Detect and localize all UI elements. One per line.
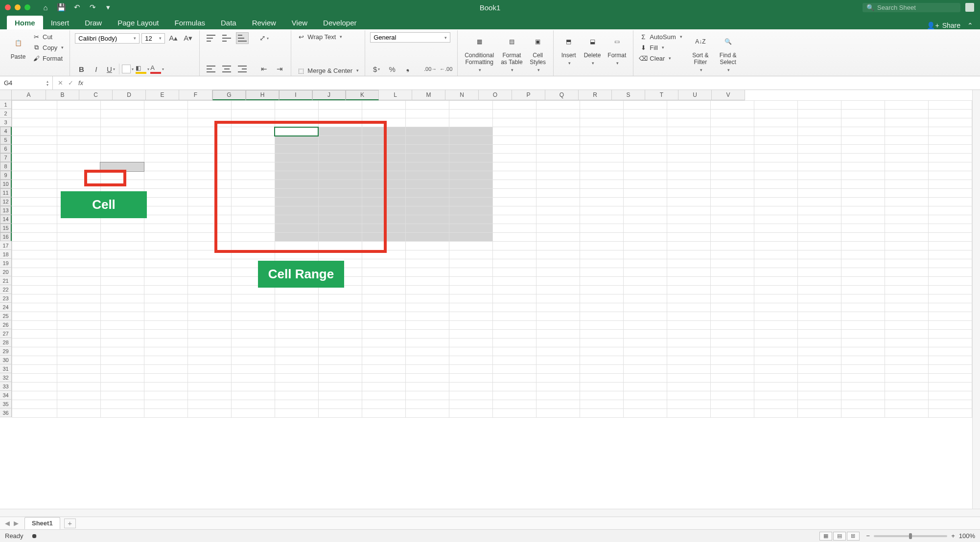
cell-I14[interactable]	[362, 215, 405, 224]
row-header-25[interactable]: 25	[0, 312, 12, 320]
cell-J12[interactable]	[405, 198, 449, 206]
cell-O14[interactable]	[623, 215, 667, 224]
cell-K26[interactable]	[449, 321, 492, 330]
cell-E31[interactable]	[187, 365, 231, 374]
cell-F25[interactable]	[231, 312, 275, 321]
cell-U2[interactable]	[885, 110, 928, 118]
cell-V29[interactable]	[928, 347, 972, 356]
close-window-icon[interactable]	[5, 4, 11, 10]
cell-F18[interactable]	[231, 250, 275, 259]
cell-T9[interactable]	[841, 171, 885, 180]
cell-J7[interactable]	[405, 154, 449, 162]
cell-L30[interactable]	[492, 356, 536, 365]
font-size-select[interactable]: 12▾	[141, 33, 165, 44]
cell-C27[interactable]	[100, 330, 144, 339]
cell-C3[interactable]	[100, 118, 144, 127]
cell-G16[interactable]	[275, 233, 318, 242]
cell-J11[interactable]	[405, 189, 449, 198]
cell-L2[interactable]	[492, 110, 536, 118]
cell-G8[interactable]	[275, 162, 318, 171]
cell-O15[interactable]	[623, 224, 667, 233]
cell-N24[interactable]	[580, 303, 623, 312]
cell-G15[interactable]	[275, 224, 318, 233]
cell-E24[interactable]	[187, 303, 231, 312]
cell-M33[interactable]	[536, 383, 580, 391]
cell-B8[interactable]	[57, 162, 100, 171]
cell-I2[interactable]	[362, 110, 405, 118]
cell-J33[interactable]	[405, 383, 449, 391]
cell-B27[interactable]	[57, 330, 100, 339]
row-header-15[interactable]: 15	[0, 224, 12, 232]
cell-S16[interactable]	[797, 233, 841, 242]
cell-U36[interactable]	[885, 409, 928, 418]
cell-M25[interactable]	[536, 312, 580, 321]
cell-D1[interactable]	[144, 101, 187, 110]
cell-L32[interactable]	[492, 374, 536, 383]
cell-I4[interactable]	[362, 127, 405, 136]
cell-E14[interactable]	[187, 215, 231, 224]
cell-K13[interactable]	[449, 206, 492, 215]
cell-V30[interactable]	[928, 356, 972, 365]
cell-K12[interactable]	[449, 198, 492, 206]
cell-D34[interactable]	[144, 391, 187, 400]
cell-G34[interactable]	[275, 391, 318, 400]
cell-P7[interactable]	[667, 154, 710, 162]
cell-E29[interactable]	[187, 347, 231, 356]
cell-P23[interactable]	[667, 294, 710, 303]
cell-T17[interactable]	[841, 242, 885, 250]
cell-M20[interactable]	[536, 268, 580, 277]
cell-B4[interactable]	[57, 127, 100, 136]
cell-O4[interactable]	[623, 127, 667, 136]
cell-E6[interactable]	[187, 145, 231, 154]
cell-N14[interactable]	[580, 215, 623, 224]
cell-D12[interactable]	[144, 198, 187, 206]
cell-G4[interactable]	[275, 127, 318, 136]
cell-T14[interactable]	[841, 215, 885, 224]
cell-P3[interactable]	[667, 118, 710, 127]
cell-B35[interactable]	[57, 400, 100, 409]
cell-V33[interactable]	[928, 383, 972, 391]
cell-N27[interactable]	[580, 330, 623, 339]
cell-S19[interactable]	[797, 259, 841, 268]
cell-B24[interactable]	[57, 303, 100, 312]
cell-K14[interactable]	[449, 215, 492, 224]
fill-color-button[interactable]: ◧	[136, 63, 149, 75]
cell-S36[interactable]	[797, 409, 841, 418]
cell-O28[interactable]	[623, 339, 667, 347]
cell-C26[interactable]	[100, 321, 144, 330]
cell-R30[interactable]	[754, 356, 797, 365]
cell-K22[interactable]	[449, 286, 492, 294]
cell-M4[interactable]	[536, 127, 580, 136]
cell-H23[interactable]	[318, 294, 362, 303]
row-header-36[interactable]: 36	[0, 408, 12, 417]
cell-K36[interactable]	[449, 409, 492, 418]
cell-O32[interactable]	[623, 374, 667, 383]
cell-P26[interactable]	[667, 321, 710, 330]
cell-E17[interactable]	[187, 242, 231, 250]
cell-K34[interactable]	[449, 391, 492, 400]
cell-J29[interactable]	[405, 347, 449, 356]
cell-N23[interactable]	[580, 294, 623, 303]
cell-S11[interactable]	[797, 189, 841, 198]
decrease-font-icon[interactable]: A▾	[182, 32, 194, 44]
cell-B29[interactable]	[57, 347, 100, 356]
tab-insert[interactable]: Insert	[43, 16, 77, 29]
cell-M29[interactable]	[536, 347, 580, 356]
col-header-M[interactable]: M	[412, 90, 445, 100]
cell-U12[interactable]	[885, 198, 928, 206]
cell-F4[interactable]	[231, 127, 275, 136]
cell-S15[interactable]	[797, 224, 841, 233]
cell-N33[interactable]	[580, 383, 623, 391]
cell-I26[interactable]	[362, 321, 405, 330]
cell-I16[interactable]	[362, 233, 405, 242]
cell-H30[interactable]	[318, 356, 362, 365]
cell-A33[interactable]	[12, 383, 57, 391]
cell-D33[interactable]	[144, 383, 187, 391]
cell-M11[interactable]	[536, 189, 580, 198]
tab-developer[interactable]: Developer	[315, 16, 364, 29]
cell-U8[interactable]	[885, 162, 928, 171]
cell-R34[interactable]	[754, 391, 797, 400]
cell-Q20[interactable]	[710, 268, 754, 277]
cell-H8[interactable]	[318, 162, 362, 171]
cell-K21[interactable]	[449, 277, 492, 286]
